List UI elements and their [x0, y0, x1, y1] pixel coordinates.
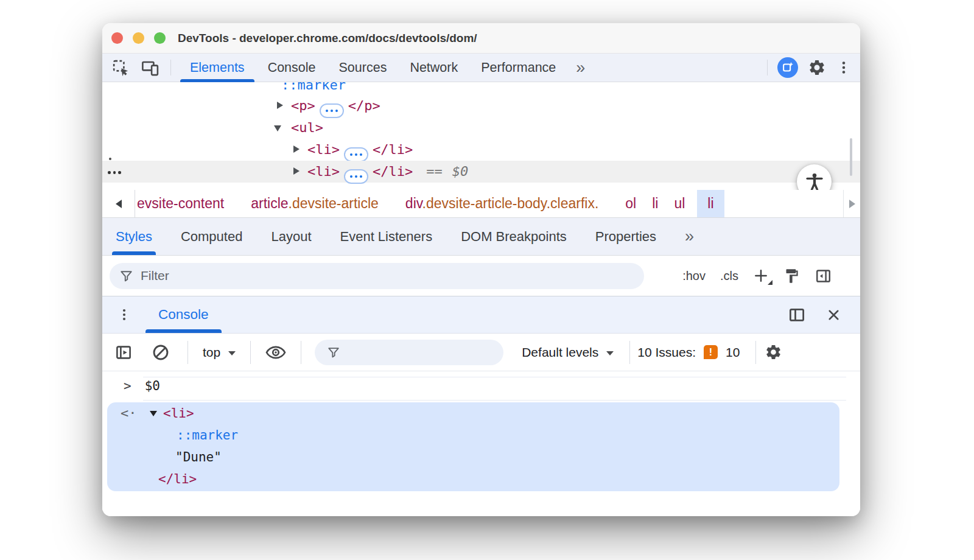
console-filter-pill[interactable] — [315, 340, 503, 365]
kebab-menu-icon[interactable] — [836, 60, 852, 75]
toolbar-divider — [187, 341, 188, 364]
zoom-traffic-light[interactable] — [154, 32, 166, 44]
chevron-right-icon — [849, 200, 855, 208]
breadcrumb: evsite-content article.devsite-article d… — [137, 190, 724, 217]
toggle-hover-state-button[interactable]: :hov — [682, 269, 706, 283]
chevron-down-icon — [606, 351, 614, 355]
console-command-text: $0 — [145, 379, 160, 393]
close-traffic-light[interactable] — [111, 32, 123, 44]
collapse-arrow-icon[interactable] — [274, 125, 281, 131]
dom-row-li-first[interactable]: <li></li> — [102, 139, 860, 161]
breadcrumb-item[interactable]: evsite-content — [137, 195, 224, 212]
console-toolbar: top Default levels — [102, 334, 860, 371]
toolbar-right-cluster — [767, 57, 860, 78]
toolbar-divider — [629, 341, 630, 364]
tab-sources[interactable]: Sources — [328, 54, 399, 82]
rendering-brush-icon[interactable] — [783, 268, 800, 284]
tab-computed[interactable]: Computed — [181, 218, 243, 255]
inline-expand-icon[interactable] — [320, 103, 344, 118]
console-command-line[interactable]: > $0 — [124, 379, 160, 393]
console-filter-input[interactable] — [346, 345, 492, 359]
tab-dom-breakpoints[interactable]: DOM Breakpoints — [461, 218, 567, 255]
breadcrumb-item[interactable]: li — [652, 195, 658, 212]
settings-gear-icon[interactable] — [808, 58, 826, 77]
result-text-node: "Dune" — [175, 450, 222, 464]
breadcrumb-item[interactable]: ol — [625, 195, 636, 212]
dropdown-corner-icon — [768, 280, 773, 285]
drawer-header-right — [788, 306, 860, 324]
console-settings-gear-icon[interactable] — [765, 343, 782, 361]
tab-event-listeners[interactable]: Event Listeners — [340, 218, 433, 255]
expand-arrow-icon[interactable] — [293, 167, 300, 175]
tab-properties[interactable]: Properties — [595, 218, 656, 255]
clear-console-icon[interactable] — [151, 343, 170, 362]
toggle-element-classes-button[interactable]: .cls — [720, 269, 738, 283]
chevron-down-icon — [228, 351, 236, 355]
message-divider — [143, 400, 846, 401]
minimize-traffic-light[interactable] — [133, 32, 144, 44]
tab-performance[interactable]: Performance — [469, 54, 567, 82]
console-messages: > $0 <· <li> ::marker "Dune" </li> — [102, 371, 860, 516]
dock-sidebar-icon[interactable] — [815, 267, 832, 285]
tab-styles[interactable]: Styles — [116, 218, 152, 255]
execution-context-dropdown[interactable]: top — [203, 345, 236, 360]
more-tabs-icon[interactable]: » — [567, 54, 594, 82]
console-result-block[interactable]: <· <li> ::marker "Dune" </li> — [107, 402, 839, 491]
elements-dom-tree: ::marker <p></p> <ul> <li></li> <li></li… — [102, 82, 860, 190]
close-drawer-icon[interactable] — [825, 307, 842, 323]
breadcrumb-scroll-left-button[interactable] — [102, 190, 135, 217]
result-close-tag: </li> — [158, 472, 197, 486]
live-expression-eye-icon[interactable] — [264, 343, 287, 362]
styles-filter-input[interactable] — [141, 268, 567, 283]
inspect-element-icon[interactable] — [111, 58, 130, 77]
collapse-arrow-icon[interactable] — [150, 411, 157, 416]
log-levels-dropdown[interactable]: Default levels — [522, 345, 614, 360]
dom-row-cut-marker[interactable]: ::marker — [102, 82, 860, 96]
dom-row-p[interactable]: <p></p> — [102, 95, 860, 117]
elements-scrollbar-thumb[interactable] — [850, 138, 852, 176]
window-title: DevTools - developer.chrome.com/docs/dev… — [178, 32, 477, 45]
toolbar-divider — [250, 341, 251, 364]
more-tabs-icon[interactable]: » — [685, 218, 694, 255]
toolbar-divider — [301, 341, 301, 364]
split-panel-icon[interactable] — [788, 306, 806, 324]
expand-arrow-icon[interactable] — [277, 102, 283, 109]
dom-row-li-selected[interactable]: <li></li>==$0 — [102, 161, 860, 183]
inline-expand-icon[interactable] — [344, 169, 368, 184]
device-toolbar-icon[interactable] — [141, 58, 159, 77]
new-style-rule-button[interactable] — [753, 268, 769, 284]
breadcrumb-item[interactable]: ul — [674, 195, 685, 212]
tab-elements[interactable]: Elements — [178, 54, 256, 82]
console-drawer-header: Console — [102, 296, 860, 334]
issues-badge-icon: ! — [704, 345, 718, 359]
inline-expand-icon[interactable] — [344, 147, 368, 162]
toolbar-divider — [767, 60, 768, 75]
chevron-left-icon — [116, 200, 122, 208]
breadcrumb-item[interactable]: article.devsite-article — [251, 195, 379, 212]
styles-pane-tabbar: Styles Computed Layout Event Listeners D… — [102, 218, 860, 256]
expand-arrow-icon[interactable] — [293, 145, 300, 153]
toolbar-divider — [170, 60, 171, 75]
console-prompt-icon: > — [124, 379, 131, 393]
styles-filter-pill[interactable] — [110, 263, 644, 289]
result-open-tag: <li> — [163, 406, 194, 421]
breadcrumb-scroll-right-button[interactable] — [843, 190, 860, 217]
breadcrumb-item[interactable]: div.devsite-article-body.clearfix. — [405, 195, 598, 212]
result-pseudo-marker: ::marker — [177, 428, 238, 443]
tab-console[interactable]: Console — [256, 54, 328, 82]
show-console-sidebar-icon[interactable] — [114, 343, 133, 362]
issues-counter[interactable]: 10 Issues: ! 10 — [637, 345, 740, 360]
breadcrumb-item-selected[interactable]: li — [697, 190, 724, 217]
devtools-main-toolbar: Elements Console Sources Network Perform… — [102, 54, 860, 82]
tab-network[interactable]: Network — [398, 54, 469, 82]
toolbar-divider — [755, 341, 756, 364]
ai-assistance-icon[interactable] — [777, 57, 798, 78]
tab-layout[interactable]: Layout — [271, 218, 311, 255]
console-result-arrow-icon: <· — [121, 405, 137, 421]
styles-filter-row: :hov .cls — [102, 256, 860, 296]
node-more-actions-icon[interactable] — [108, 171, 121, 174]
dollar-zero-badge: $0 — [452, 164, 469, 179]
dom-row-ul[interactable]: <ul> — [102, 117, 860, 139]
drawer-tab-console[interactable]: Console — [158, 296, 209, 333]
drawer-kebab-menu-icon[interactable] — [117, 307, 131, 322]
